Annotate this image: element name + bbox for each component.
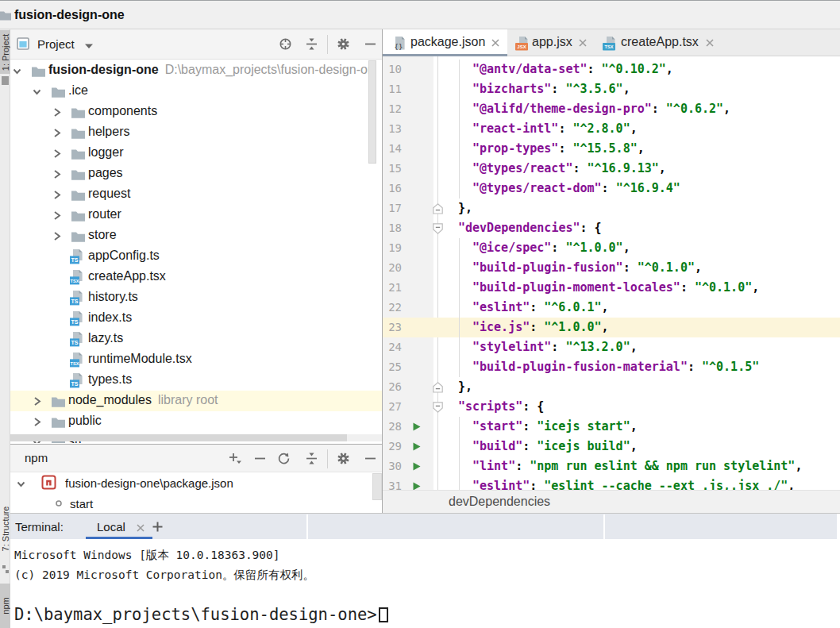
tree-item-helpers[interactable]: helpers [10,122,382,143]
tree-item-router[interactable]: router [10,205,382,225]
chevron-right-icon[interactable] [31,395,43,407]
editor[interactable]: 10"@antv/data-set": "^0.10.2",11"bizchar… [383,56,840,490]
npm-vertical-scrollbar[interactable] [372,473,382,500]
settings-gear-button[interactable] [337,37,350,51]
code-text: "eslint": "^6.0.1", [472,298,609,318]
npm-panel-title: npm [25,451,48,464]
code-line-11[interactable]: 11"bizcharts": "^3.5.6", [383,79,840,99]
hide-panel-button[interactable] [364,452,377,465]
code-line-14[interactable]: 14"prop-types": "^15.5.8", [383,139,840,159]
chevron-down-icon[interactable] [84,43,94,49]
tree-item-createApp.tsx[interactable]: TSXcreateApp.tsx [10,267,382,287]
breadcrumb-item[interactable]: devDependencies [449,495,550,509]
tree-item-index.ts[interactable]: TSindex.ts [10,308,382,329]
npm-item-package-json[interactable]: fusion-design-one\package.json [10,473,369,494]
remove-button[interactable] [253,452,267,465]
code-line-15[interactable]: 15"@types/react": "^16.9.13", [383,159,840,179]
terminal-output[interactable]: Microsoft Windows [版本 10.0.18363.900](c)… [10,539,840,628]
chevron-right-icon[interactable] [51,189,63,201]
ts-file-icon: TS [69,310,83,326]
chevron-right-icon[interactable] [51,148,63,160]
code-line-13[interactable]: 13"react-intl": "^2.8.0", [383,119,840,139]
folder-icon [71,210,86,222]
project-stripe-icon [2,76,9,85]
stripe-button-project[interactable]: 1: Project [0,30,10,74]
fold-start-icon[interactable] [433,223,443,234]
chevron-right-icon[interactable] [51,106,63,118]
code-line-10[interactable]: 10"@antv/data-set": "^0.10.2", [383,60,840,79]
tree-item-logger[interactable]: logger [10,143,382,164]
line-number: 20 [383,258,402,278]
code-line-28[interactable]: 28"start": "icejs start", [383,417,840,437]
code-line-21[interactable]: 21"build-plugin-moment-locales": "^0.1.0… [383,278,840,298]
editor-tab-createApp.tsx[interactable]: TSXcreateApp.tsx [597,29,722,56]
tree-item-store[interactable]: store [10,225,382,246]
chevron-down-icon[interactable] [11,65,23,77]
collapse-all-button[interactable] [305,452,318,465]
chevron-right-icon[interactable] [51,210,63,222]
tree-item-lazy.ts[interactable]: TSlazy.ts [10,329,382,349]
code-line-25[interactable]: 25"build-plugin-fusion-material": "^0.1.… [383,357,840,377]
settings-gear-button[interactable] [337,452,350,465]
chevron-down-icon[interactable] [15,478,27,490]
chevron-right-icon[interactable] [51,127,63,139]
tree-item-components[interactable]: components [10,102,382,122]
run-script-icon[interactable] [411,422,422,432]
editor-tab-app.jsx[interactable]: JSXapp.jsx [510,29,594,56]
code-line-20[interactable]: 20"build-plugin-fusion": "^0.1.0", [383,258,840,278]
code-line-16[interactable]: 16"@types/react-dom": "^16.9.4" [383,179,840,198]
stripe-button-npm[interactable]: npm [0,584,10,628]
tree-item-.ice[interactable]: .ice [10,81,382,102]
tree-item-runtimeModule.tsx[interactable]: TSXruntimeModule.tsx [10,349,382,370]
code-line-24[interactable]: 24"stylelint": "^13.2.0", [383,337,840,357]
run-script-icon[interactable] [411,441,422,452]
collapse-all-button[interactable] [305,37,318,51]
code-line-30[interactable]: 30"lint": "npm run eslint && npm run sty… [383,457,840,476]
project-tree-vertical-scrollbar[interactable] [368,60,376,164]
hide-panel-button[interactable] [364,37,377,51]
close-icon[interactable] [705,38,715,48]
fold-end-icon[interactable] [433,203,443,214]
tree-item-pages[interactable]: pages [10,164,382,184]
code-line-12[interactable]: 12"@alifd/theme-design-pro": "^0.6.2", [383,99,840,119]
code-line-31[interactable]: 31"eslint": "eslint --cache --ext .js,.j… [383,476,840,490]
fold-start-icon[interactable] [433,402,443,413]
refresh-button[interactable] [277,452,291,465]
close-icon[interactable] [578,38,588,48]
tree-item-public[interactable]: public [10,411,382,432]
npm-item-script-start[interactable]: start [10,494,369,513]
fold-end-icon[interactable] [433,382,443,393]
run-script-icon[interactable] [411,481,422,490]
code-line-19[interactable]: 19"@ice/spec": "^1.0.0", [383,238,840,258]
stripe-button-structure[interactable]: 7: Structure [0,495,10,563]
tree-item-fusion-design-one[interactable]: fusion-design-oneD:\baymax_projects\fusi… [10,60,382,81]
chevron-right-icon[interactable] [31,416,43,428]
code-line-18[interactable]: 18"devDependencies": { [383,218,840,238]
run-script-icon[interactable] [411,461,422,472]
code-line-27[interactable]: 27"scripts": { [383,397,840,417]
add-button[interactable] [228,452,241,465]
tree-item-types.ts[interactable]: TStypes.ts [10,370,382,391]
chevron-down-icon[interactable] [31,86,43,98]
tree-item-history.ts[interactable]: TShistory.ts [10,287,382,308]
json-file-icon: {} [393,36,407,51]
code-text: "react-intl": "^2.8.0", [472,119,638,139]
code-line-23[interactable]: 23"ice.js": "^1.0.0", [383,318,840,337]
code-line-22[interactable]: 22"eslint": "^6.0.1", [383,298,840,318]
chevron-right-icon[interactable] [51,168,63,180]
editor-tab-package.json[interactable]: {}package.json [383,29,507,56]
close-icon[interactable] [491,38,500,48]
tree-item-request[interactable]: request [10,184,382,205]
tree-item-node_modules[interactable]: node_moduleslibrary root [10,391,382,411]
code-line-29[interactable]: 29"build": "icejs build", [383,437,840,457]
scrollbar-thumb[interactable] [10,434,347,441]
chevron-right-icon[interactable] [51,230,63,242]
new-terminal-tab-button[interactable] [152,521,164,533]
locate-file-button[interactable] [279,37,292,51]
tree-item-appConfig.ts[interactable]: TSappConfig.ts [10,246,382,267]
project-tree-horizontal-scrollbar[interactable] [10,434,382,441]
code-line-17[interactable]: 17}, [383,198,840,218]
code-line-26[interactable]: 26}, [383,377,840,397]
close-icon[interactable] [136,523,145,533]
line-number: 13 [383,119,402,139]
